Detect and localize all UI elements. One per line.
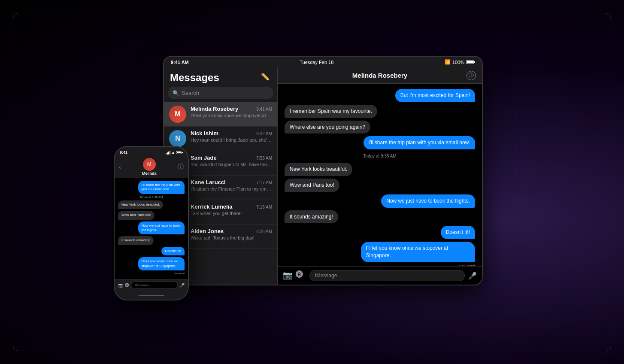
iphone-info-button[interactable]: ⓘ xyxy=(178,163,184,171)
conv-info-nick: Nick Ishim 9:32 AM Hey man could I bring… xyxy=(191,130,272,143)
msg-sent-singapore: I'll let you know once we stopover at Si… xyxy=(361,242,475,262)
search-icon: 🔍 xyxy=(173,90,179,96)
compose-icon[interactable]: ✏️ xyxy=(261,73,271,83)
ipad-time: 9:41 AM xyxy=(171,60,189,65)
iphone-msg-doesnt-it: Doesn't it!! xyxy=(161,247,185,255)
ipad-content: Messages ✏️ 🔍 Search M Melinda Rosebery … xyxy=(164,67,482,285)
iphone-contact-name: Melinda xyxy=(142,171,157,176)
ipad-status-bar: 9:41 AM Tuesday Feb 18 📶 100% xyxy=(164,57,482,67)
msg-sent-spain: But I'm most excited for Spain! xyxy=(395,89,475,102)
iphone-input-bar: 📷 🅐 iMessage 🎤 xyxy=(115,279,188,291)
iphone-device: 9:41 ▲ ‹ M Melinda ⓘ I'll share the trip… xyxy=(114,146,189,300)
microphone-icon[interactable]: 🎤 xyxy=(468,272,477,280)
conv-name-kerrick: Kerrick Lumelia xyxy=(191,203,233,210)
conv-time-nick: 9:32 AM xyxy=(256,131,272,136)
iphone-back-button[interactable]: ‹ xyxy=(119,164,121,170)
iphone-chat-header: ‹ M Melinda ⓘ xyxy=(115,156,188,178)
chat-contact-name: Melinda Rosebery xyxy=(352,72,407,79)
chat-input-icons: 📷 🅐 xyxy=(283,270,306,281)
appstore-icon[interactable]: 🅐 xyxy=(296,270,306,281)
iphone-home-indicator xyxy=(115,291,188,300)
battery-percent: 100% xyxy=(452,60,464,65)
ipad-status-right: 📶 100% xyxy=(445,59,475,65)
search-bar[interactable]: 🔍 Search xyxy=(168,87,273,99)
iphone-camera-icon[interactable]: 📷 xyxy=(118,283,123,288)
conv-preview-aiden: Wake up!! Today's the big day! xyxy=(191,235,272,240)
signal-bar-2 xyxy=(167,152,168,155)
conv-preview-nick: Hey man could I bring Jade too, she'd lo… xyxy=(191,137,272,143)
signal-bars xyxy=(166,150,170,155)
conv-name-nick: Nick Ishim xyxy=(191,130,218,136)
iphone-mic-icon[interactable]: 🎤 xyxy=(179,283,185,288)
iphone-status-right: ▲ xyxy=(166,150,183,155)
iphone-timestamp: Today at 9:38 AM xyxy=(118,196,185,199)
conv-name-kane: Kane Larucci xyxy=(191,179,226,185)
camera-icon[interactable]: 📷 xyxy=(283,270,293,281)
iphone-msg-paris: Wow and Paris too! xyxy=(118,211,154,219)
conv-name-sam: Sam Jade xyxy=(191,155,217,161)
msg-received-favourite: I remember Spain was my favourite. xyxy=(285,105,377,118)
signal-bar-3 xyxy=(168,152,169,155)
avatar-nick: N xyxy=(169,130,186,147)
iphone-msg-trip-plan: I'll share the trip plan with you via em… xyxy=(138,181,185,194)
conv-preview-sam: You wouldn't happen to still have those … xyxy=(191,162,272,167)
iphone-battery-icon xyxy=(176,151,183,154)
conv-time-aiden: 6:36 AM xyxy=(256,229,272,234)
messages-area: But I'm most excited for Spain! I rememb… xyxy=(278,84,482,266)
msg-sent-doesnt-it: Doesn't it!! xyxy=(441,226,475,239)
iphone-msg-new-york: New York looks beautiful. xyxy=(118,200,163,209)
imessage-input[interactable]: iMessage xyxy=(309,270,465,281)
msg-received-amazing: It sounds amazing! xyxy=(285,210,338,224)
iphone-imessage-input[interactable]: iMessage xyxy=(131,282,178,289)
signal-bar-4 xyxy=(170,151,170,155)
iphone-contact-center: M Melinda xyxy=(142,158,157,176)
search-placeholder: Search xyxy=(182,90,199,96)
conv-item-melinda[interactable]: M Melinda Rosebery 9:41 AM I'll let you … xyxy=(164,102,277,127)
iphone-time: 9:41 xyxy=(120,150,127,155)
iphone-delivered-label: Delivered xyxy=(118,272,185,275)
chat-input-bar: 📷 🅐 iMessage 🎤 xyxy=(278,266,482,285)
conv-preview-kerrick: Talk when you get there! xyxy=(191,211,272,216)
msg-sent-flights: Now we just have to book the flights. xyxy=(381,194,475,208)
msg-received-paris: Wow and Paris too! xyxy=(285,179,339,192)
signal-bar-1 xyxy=(166,153,167,155)
ipad-date: Tuesday Feb 18 xyxy=(300,60,333,65)
chat-header: Melinda Rosebery ⓘ xyxy=(278,67,482,84)
conv-preview-melinda: I'll let you know once we stopover at Si… xyxy=(191,113,272,118)
timestamp-938: Today at 9:38 AM xyxy=(285,154,475,158)
conv-time-melinda: 9:41 AM xyxy=(256,107,272,112)
conv-info-aiden: Aiden Jones 6:36 AM Wake up!! Today's th… xyxy=(191,228,272,240)
conv-info-melinda: Melinda Rosebery 9:41 AM I'll let you kn… xyxy=(191,106,272,118)
conv-info-kane: Kane Larucci 7:17 AM I'll attach the Fin… xyxy=(191,179,272,191)
iphone-status-bar: 9:41 ▲ xyxy=(115,147,188,156)
wifi-icon: 📶 xyxy=(445,59,451,65)
sidebar-header: Messages ✏️ xyxy=(164,67,277,87)
conv-preview-kane: I'll attach the Finance Plan to my email… xyxy=(191,186,272,191)
iphone-avatar: M xyxy=(143,158,156,171)
msg-sent-trip-plan: I'll share the trip plan with you via em… xyxy=(363,136,475,149)
msg-received-where-else: Where else are you going again? xyxy=(285,121,370,134)
conv-info-kerrick: Kerrick Lumelia 7:16 AM Talk when you ge… xyxy=(191,203,272,216)
conv-time-kane: 7:17 AM xyxy=(256,180,272,185)
avatar-melinda: M xyxy=(169,106,186,123)
iphone-appstore-icon[interactable]: 🅐 xyxy=(125,283,129,288)
messages-title: Messages xyxy=(170,72,219,84)
iphone-wifi-icon: ▲ xyxy=(171,150,175,155)
conv-top-melinda: Melinda Rosebery 9:41 AM xyxy=(191,106,272,112)
conv-name-melinda: Melinda Rosebery xyxy=(191,106,238,112)
info-button[interactable]: ⓘ xyxy=(466,71,476,80)
ipad-device: 9:41 AM Tuesday Feb 18 📶 100% Messages ✏… xyxy=(163,56,483,285)
conv-time-sam: 7:58 AM xyxy=(256,156,272,161)
iphone-msg-amazing: It sounds amazing! xyxy=(118,236,154,245)
conv-name-aiden: Aiden Jones xyxy=(191,228,224,234)
conv-info-sam: Sam Jade 7:58 AM You wouldn't happen to … xyxy=(191,155,272,167)
battery-icon xyxy=(466,60,475,64)
iphone-messages-area: I'll share the trip plan with you via em… xyxy=(115,178,188,279)
iphone-msg-flights: Now we just have to book the flights. xyxy=(138,221,185,235)
home-bar xyxy=(139,295,164,296)
conv-time-kerrick: 7:16 AM xyxy=(256,205,272,209)
chat-area: Melinda Rosebery ⓘ But I'm most excited … xyxy=(278,67,482,285)
msg-received-new-york: New York looks beautiful. xyxy=(285,163,352,176)
iphone-msg-singapore: I'll let you know once we stopover at Si… xyxy=(138,257,185,270)
